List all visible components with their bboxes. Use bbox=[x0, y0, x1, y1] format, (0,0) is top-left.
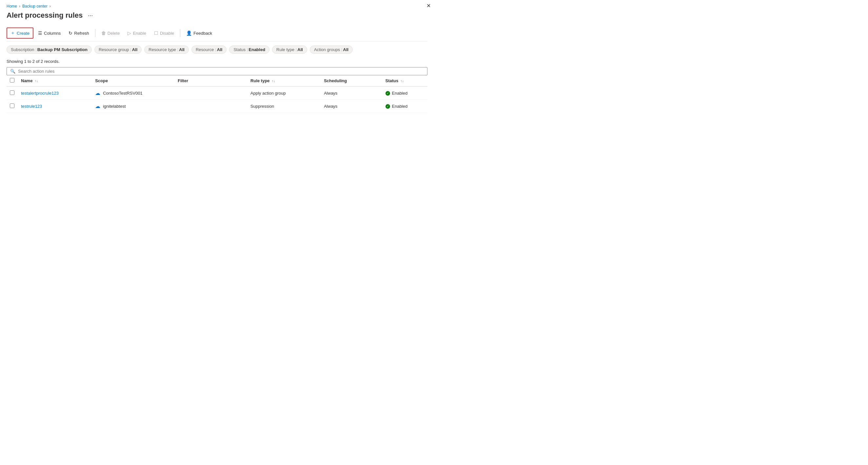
filter-pill[interactable]: Rule type : All bbox=[272, 45, 307, 54]
feedback-button[interactable]: 👤 Feedback bbox=[183, 29, 215, 38]
create-button[interactable]: ＋ Create bbox=[6, 28, 33, 39]
status-dot-0: ✓ bbox=[385, 91, 390, 96]
page-header: Alert processing rules ··· bbox=[6, 11, 428, 20]
header-filter: Filter bbox=[175, 75, 247, 87]
delete-label: Delete bbox=[107, 31, 120, 36]
toolbar: ＋ Create ☰ Columns ↻ Refresh 🗑 Delete ▷ … bbox=[6, 25, 428, 42]
filter-pill: Action groups : All bbox=[310, 45, 353, 54]
filter-pill[interactable]: Resource : All bbox=[191, 45, 227, 54]
breadcrumb: Home › Backup center › bbox=[6, 4, 428, 8]
header-status[interactable]: Status ↑↓ bbox=[382, 75, 428, 87]
delete-button[interactable]: 🗑 Delete bbox=[98, 29, 123, 38]
disable-label: Disable bbox=[160, 31, 174, 36]
toolbar-divider bbox=[95, 29, 95, 37]
records-count: Showing 1 to 2 of 2 records. bbox=[6, 59, 428, 64]
row-status-0: ✓ Enabled bbox=[382, 87, 428, 100]
search-icon: 🔍 bbox=[10, 69, 16, 74]
plus-icon: ＋ bbox=[10, 30, 15, 36]
row-checkbox-1[interactable] bbox=[10, 103, 14, 108]
row-scope-0: ☁ ContosoTestRSV001 bbox=[92, 87, 175, 100]
feedback-icon: 👤 bbox=[186, 30, 192, 36]
enable-label: Enable bbox=[133, 31, 146, 36]
delete-icon: 🗑 bbox=[101, 30, 106, 36]
breadcrumb-home[interactable]: Home bbox=[6, 4, 17, 8]
row-filter-1 bbox=[175, 100, 247, 113]
row-ruletype-0: Apply action group bbox=[247, 87, 320, 100]
table-row: testalertprocrule123 ☁ ContosoTestRSV001… bbox=[6, 87, 428, 100]
row-ruletype-1: Suppression bbox=[247, 100, 320, 113]
close-button[interactable]: ✕ bbox=[427, 3, 431, 8]
page-title: Alert processing rules bbox=[6, 11, 83, 20]
columns-label: Columns bbox=[44, 31, 61, 36]
header-rule-type[interactable]: Rule type ↑↓ bbox=[247, 75, 320, 87]
row-filter-0 bbox=[175, 87, 247, 100]
search-input[interactable] bbox=[18, 69, 424, 74]
row-name-link-1[interactable]: testrule123 bbox=[21, 104, 42, 109]
row-scheduling-0: Always bbox=[320, 87, 382, 100]
scope-cloud-icon-1: ☁ bbox=[95, 103, 100, 109]
columns-icon: ☰ bbox=[38, 30, 42, 36]
feedback-label: Feedback bbox=[193, 31, 212, 36]
filter-pill[interactable]: Resource group : All bbox=[94, 45, 142, 54]
disable-icon: ☐ bbox=[154, 30, 158, 36]
filter-pill[interactable]: Subscription : Backup PM Subscription bbox=[6, 45, 92, 54]
create-label: Create bbox=[17, 31, 30, 36]
toolbar-divider-2 bbox=[180, 29, 180, 37]
row-name-0: testalertprocrule123 bbox=[18, 87, 92, 100]
breadcrumb-parent[interactable]: Backup center bbox=[22, 4, 48, 8]
row-checkbox-cell[interactable] bbox=[6, 100, 18, 113]
select-all-checkbox[interactable] bbox=[10, 78, 14, 82]
header-scope: Scope bbox=[92, 75, 175, 87]
refresh-label: Refresh bbox=[74, 31, 89, 36]
status-dot-1: ✓ bbox=[385, 104, 390, 109]
page-menu-button[interactable]: ··· bbox=[86, 11, 95, 20]
enable-button[interactable]: ▷ Enable bbox=[124, 29, 149, 38]
status-sort-icon: ↑↓ bbox=[401, 79, 404, 83]
row-scope-1: ☁ ignitelabtest bbox=[92, 100, 175, 113]
row-checkbox-0[interactable] bbox=[10, 90, 14, 95]
header-name[interactable]: Name ↑↓ bbox=[18, 75, 92, 87]
data-table: Name ↑↓ Scope Filter Rule type ↑↓ Schedu bbox=[6, 75, 428, 113]
row-name-1: testrule123 bbox=[18, 100, 92, 113]
header-select-all[interactable] bbox=[6, 75, 18, 87]
table-row: testrule123 ☁ ignitelabtest Suppression … bbox=[6, 100, 428, 113]
filters-row: Subscription : Backup PM SubscriptionRes… bbox=[6, 45, 428, 54]
enable-icon: ▷ bbox=[127, 30, 131, 36]
disable-button[interactable]: ☐ Disable bbox=[151, 29, 177, 38]
row-scheduling-1: Always bbox=[320, 100, 382, 113]
header-scheduling: Scheduling bbox=[320, 75, 382, 87]
table-header-row: Name ↑↓ Scope Filter Rule type ↑↓ Schedu bbox=[6, 75, 428, 87]
row-status-1: ✓ Enabled bbox=[382, 100, 428, 113]
filter-pill[interactable]: Resource type : All bbox=[144, 45, 189, 54]
rule-type-sort-icon: ↑↓ bbox=[272, 79, 275, 83]
search-bar: 🔍 bbox=[6, 67, 428, 75]
columns-button[interactable]: ☰ Columns bbox=[35, 29, 64, 38]
scope-cloud-icon-0: ☁ bbox=[95, 90, 100, 96]
refresh-icon: ↻ bbox=[68, 30, 72, 36]
row-name-link-0[interactable]: testalertprocrule123 bbox=[21, 91, 59, 96]
row-checkbox-cell[interactable] bbox=[6, 87, 18, 100]
refresh-button[interactable]: ↻ Refresh bbox=[65, 29, 92, 38]
filter-pill[interactable]: Status : Enabled bbox=[229, 45, 270, 54]
name-sort-icon: ↑↓ bbox=[35, 79, 38, 83]
